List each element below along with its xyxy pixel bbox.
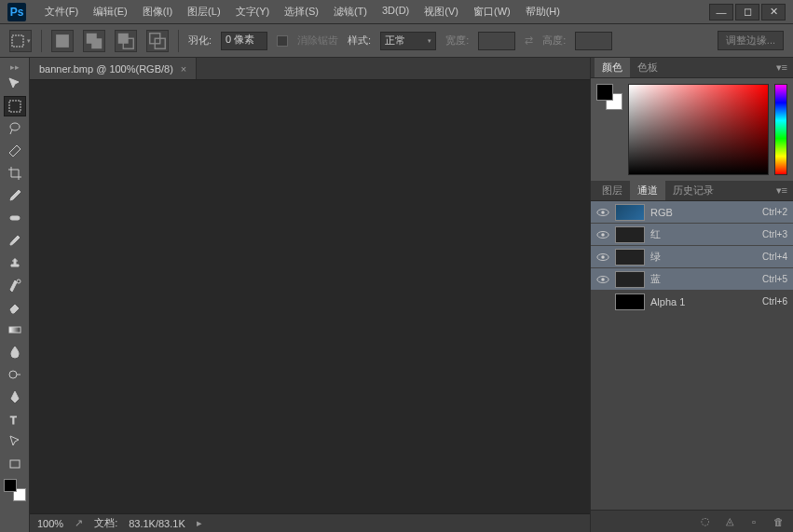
save-selection-icon[interactable]: ◬ [722, 514, 737, 529]
visibility-icon[interactable] [596, 228, 609, 241]
marquee-tool-icon[interactable] [4, 96, 26, 116]
history-brush-tool-icon[interactable] [4, 275, 26, 295]
svg-point-23 [601, 278, 605, 281]
channel-thumbnail [615, 226, 645, 243]
channel-row-g[interactable]: 绿 Ctrl+4 [591, 246, 793, 268]
visibility-icon[interactable] [596, 206, 609, 219]
refine-edge-button[interactable]: 调整边缘... [718, 31, 784, 50]
svg-text:T: T [10, 415, 17, 426]
menu-window[interactable]: 窗口(W) [466, 1, 518, 22]
antialias-checkbox[interactable] [277, 35, 288, 47]
channel-row-r[interactable]: 红 Ctrl+3 [591, 224, 793, 246]
hue-slider[interactable] [774, 84, 787, 175]
svg-rect-8 [9, 101, 21, 112]
menu-select[interactable]: 选择(S) [277, 1, 326, 22]
tab-color[interactable]: 颜色 [595, 58, 630, 77]
rectangle-tool-icon[interactable] [4, 454, 26, 474]
canvas[interactable] [30, 80, 590, 513]
close-tab-icon[interactable]: × [181, 63, 186, 75]
load-selection-icon[interactable]: ◌ [698, 514, 713, 529]
feather-input[interactable]: 0 像素 [221, 32, 267, 50]
visibility-icon[interactable] [596, 295, 609, 308]
svg-rect-12 [9, 327, 21, 333]
channel-row-alpha[interactable]: Alpha 1 Ctrl+6 [591, 291, 793, 313]
color-swatches[interactable] [4, 479, 26, 501]
menu-edit[interactable]: 编辑(E) [86, 1, 135, 22]
delete-channel-icon[interactable]: 🗑 [771, 514, 786, 529]
visibility-icon[interactable] [596, 251, 609, 264]
channel-row-rgb[interactable]: RGB Ctrl+2 [591, 201, 793, 224]
path-selection-tool-icon[interactable] [4, 431, 26, 452]
svg-rect-0 [12, 35, 23, 47]
gradient-tool-icon[interactable] [4, 320, 26, 340]
panel-color-swatches[interactable] [596, 84, 622, 110]
tab-swatches[interactable]: 色板 [630, 58, 665, 77]
menu-help[interactable]: 帮助(H) [518, 1, 567, 22]
channels-panel-menu-icon[interactable]: ▾≡ [771, 184, 793, 197]
brush-tool-icon[interactable] [4, 230, 26, 251]
close-button[interactable]: ✕ [761, 4, 786, 20]
document-tab[interactable]: banner.bmp @ 100%(RGB/8) × [30, 58, 197, 79]
channel-shortcut: Ctrl+6 [762, 296, 787, 307]
add-selection-icon[interactable] [83, 30, 105, 52]
color-picker[interactable] [628, 84, 769, 175]
channel-row-b[interactable]: 蓝 Ctrl+5 [591, 268, 793, 291]
maximize-button[interactable]: ◻ [735, 4, 759, 20]
new-selection-icon[interactable] [51, 30, 74, 52]
dodge-tool-icon[interactable] [4, 364, 26, 385]
menu-file[interactable]: 文件(F) [37, 1, 86, 22]
channel-name: 蓝 [650, 272, 757, 286]
svg-point-17 [601, 211, 605, 214]
color-panel-menu-icon[interactable]: ▾≡ [771, 61, 793, 74]
crop-tool-icon[interactable] [4, 163, 26, 184]
eraser-tool-icon[interactable] [4, 297, 26, 318]
clone-stamp-tool-icon[interactable] [4, 252, 26, 273]
foreground-swatch[interactable] [4, 479, 17, 492]
doc-info-label: 文档: [94, 516, 117, 530]
panel-fg-swatch[interactable] [596, 84, 613, 101]
tab-layers[interactable]: 图层 [595, 181, 630, 200]
marquee-tool-preset-icon[interactable]: ▾ [9, 30, 32, 52]
magic-wand-tool-icon[interactable] [4, 141, 26, 161]
channel-shortcut: Ctrl+5 [762, 274, 787, 284]
zoom-level[interactable]: 100% [37, 518, 63, 529]
eyedropper-tool-icon[interactable] [4, 185, 26, 206]
visibility-icon[interactable] [596, 273, 609, 286]
toolbar-expand-icon[interactable]: ▸▸ [0, 61, 29, 73]
feather-label: 羽化: [188, 34, 212, 48]
menu-type[interactable]: 文字(Y) [228, 1, 278, 22]
move-tool-icon[interactable] [4, 74, 26, 94]
height-label: 高度: [542, 34, 566, 48]
type-tool-icon[interactable]: T [4, 409, 26, 430]
intersect-selection-icon[interactable] [146, 30, 169, 52]
status-arrow-icon[interactable]: ▸ [197, 517, 202, 529]
menu-filter[interactable]: 滤镜(T) [326, 1, 375, 22]
svg-rect-15 [10, 460, 20, 468]
pen-tool-icon[interactable] [4, 387, 26, 407]
svg-rect-10 [10, 216, 20, 220]
blur-tool-icon[interactable] [4, 342, 26, 362]
new-channel-icon[interactable]: ▫ [746, 514, 761, 529]
menu-3d[interactable]: 3D(D) [375, 1, 417, 22]
status-bar: 100% ↗ 文档:83.1K/83.1K ▸ [30, 513, 590, 532]
subtract-selection-icon[interactable] [115, 30, 137, 52]
lasso-tool-icon[interactable] [4, 118, 26, 139]
menu-layer[interactable]: 图层(L) [180, 1, 227, 22]
menu-bar: 文件(F) 编辑(E) 图像(I) 图层(L) 文字(Y) 选择(S) 滤镜(T… [37, 1, 567, 22]
menu-image[interactable]: 图像(I) [135, 1, 180, 22]
svg-rect-1 [56, 34, 69, 48]
canvas-area: banner.bmp @ 100%(RGB/8) × 100% ↗ 文档:83.… [30, 58, 590, 532]
menu-view[interactable]: 视图(V) [417, 1, 466, 22]
window-controls: — ◻ ✕ [709, 4, 786, 20]
channels-panel: RGB Ctrl+2 红 Ctrl+3 绿 Ctrl+4 蓝 Ctrl+5 Al… [591, 201, 793, 532]
tab-history[interactable]: 历史记录 [665, 181, 721, 200]
healing-brush-tool-icon[interactable] [4, 208, 26, 228]
svg-point-19 [601, 233, 605, 237]
tab-channels[interactable]: 通道 [630, 181, 665, 200]
style-select[interactable]: 正常▾ [380, 32, 436, 50]
share-icon[interactable]: ↗ [75, 517, 83, 529]
doc-info[interactable]: 83.1K/83.1K [129, 518, 185, 529]
svg-point-11 [17, 280, 21, 283]
svg-point-21 [601, 255, 605, 259]
minimize-button[interactable]: — [709, 4, 733, 20]
